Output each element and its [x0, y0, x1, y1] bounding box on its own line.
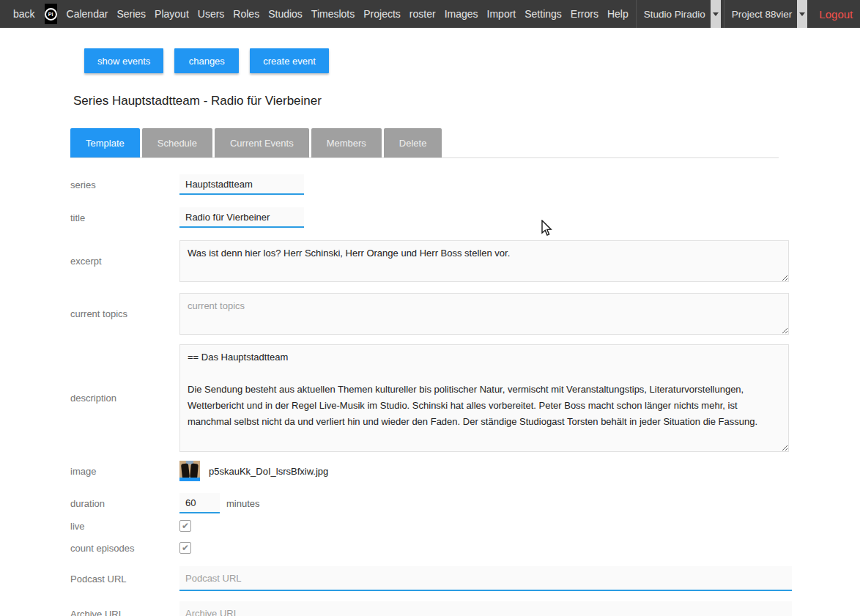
- description-row: description == Das Hauptstadtteam Die Se…: [70, 344, 792, 452]
- create-event-button[interactable]: create event: [250, 48, 329, 73]
- current-topics-label: current topics: [70, 308, 179, 319]
- nav-item-images[interactable]: Images: [440, 0, 483, 28]
- current-topics-row: current topics: [70, 293, 792, 335]
- nav-item-help[interactable]: Help: [603, 0, 633, 28]
- live-row: live: [70, 520, 792, 532]
- title-label: title: [70, 212, 179, 223]
- page-title: Series Hauptstadtteam - Radio für Vierbe…: [73, 94, 792, 108]
- logo-circle-glyph: PI: [45, 8, 57, 21]
- tab-delete[interactable]: Delete: [384, 128, 442, 157]
- nav-item-roles[interactable]: Roles: [229, 0, 264, 28]
- chevron-down-icon: [797, 0, 807, 28]
- image-filename: p5skauKk_DoI_lsrsBfxiw.jpg: [209, 466, 328, 477]
- live-checkbox[interactable]: [179, 520, 191, 532]
- studio-select-value: Studio Piradio: [637, 0, 711, 28]
- duration-row: duration minutes: [70, 493, 792, 513]
- description-label: description: [70, 393, 179, 404]
- current-topics-textarea[interactable]: [179, 293, 789, 335]
- nav-item-settings[interactable]: Settings: [520, 0, 566, 28]
- series-image-thumbnail[interactable]: [179, 461, 200, 481]
- nav-item-timeslots[interactable]: Timeslots: [307, 0, 359, 28]
- image-row: image p5skauKk_DoI_lsrsBfxiw.jpg: [70, 461, 792, 481]
- description-textarea[interactable]: == Das Hauptstadtteam Die Sendung besteh…: [179, 344, 789, 452]
- title-input[interactable]: [179, 207, 304, 228]
- count-episodes-label: count episodes: [70, 543, 179, 554]
- tab-current-events[interactable]: Current Events: [215, 128, 309, 157]
- duration-unit-label: minutes: [226, 498, 260, 509]
- nav-item-roster[interactable]: roster: [405, 0, 440, 28]
- tab-schedule[interactable]: Schedule: [142, 128, 212, 157]
- main-content: show events changes create event Series …: [0, 28, 792, 616]
- count-episodes-checkbox[interactable]: [179, 542, 191, 554]
- nav-item-calendar[interactable]: Calendar: [62, 0, 113, 28]
- nav-item-playout[interactable]: Playout: [150, 0, 193, 28]
- tab-bar: Template Schedule Current Events Members…: [70, 128, 779, 158]
- nav-item-errors[interactable]: Errors: [566, 0, 603, 28]
- project-select[interactable]: Project 88vier: [724, 0, 808, 28]
- nav-item-users[interactable]: Users: [193, 0, 229, 28]
- title-row: title: [70, 207, 792, 228]
- series-input[interactable]: [179, 174, 304, 195]
- series-label: series: [70, 179, 179, 190]
- podcast-url-row: Podcast URL: [70, 566, 792, 591]
- image-label: image: [70, 466, 179, 477]
- toolbar: show events changes create event: [84, 48, 792, 73]
- nav-item-series[interactable]: Series: [112, 0, 150, 28]
- project-select-value: Project 88vier: [724, 0, 798, 28]
- archive-url-input[interactable]: [179, 601, 792, 616]
- changes-button[interactable]: changes: [174, 48, 239, 73]
- excerpt-row: excerpt Was ist denn hier los? Herr Schi…: [70, 240, 792, 282]
- studio-select[interactable]: Studio Piradio: [636, 0, 721, 28]
- nav-item-studios[interactable]: Studios: [264, 0, 307, 28]
- podcast-url-label: Podcast URL: [70, 574, 179, 585]
- excerpt-label: excerpt: [70, 256, 179, 267]
- archive-url-label: Archive URL: [70, 609, 179, 616]
- series-row: series: [70, 174, 792, 195]
- duration-label: duration: [70, 498, 179, 509]
- excerpt-textarea[interactable]: Was ist denn hier los? Herr Schinski, He…: [179, 240, 789, 282]
- template-form: series title excerpt Was ist denn hier l…: [70, 174, 792, 616]
- top-navigation: back PI Calendar Series Playout Users Ro…: [0, 0, 860, 28]
- chevron-down-icon: [711, 0, 721, 28]
- tab-members[interactable]: Members: [311, 128, 382, 157]
- app-logo-icon[interactable]: PI: [45, 4, 57, 24]
- nav-back-link[interactable]: back: [9, 0, 40, 28]
- logout-link[interactable]: Logout: [813, 0, 859, 28]
- podcast-url-input[interactable]: [179, 566, 792, 591]
- live-label: live: [70, 521, 179, 532]
- count-episodes-row: count episodes: [70, 542, 792, 554]
- tab-template[interactable]: Template: [70, 128, 140, 157]
- show-events-button[interactable]: show events: [84, 48, 163, 73]
- archive-url-row: Archive URL: [70, 601, 792, 616]
- nav-item-import[interactable]: Import: [483, 0, 521, 28]
- nav-item-projects[interactable]: Projects: [359, 0, 405, 28]
- duration-input[interactable]: [179, 493, 220, 513]
